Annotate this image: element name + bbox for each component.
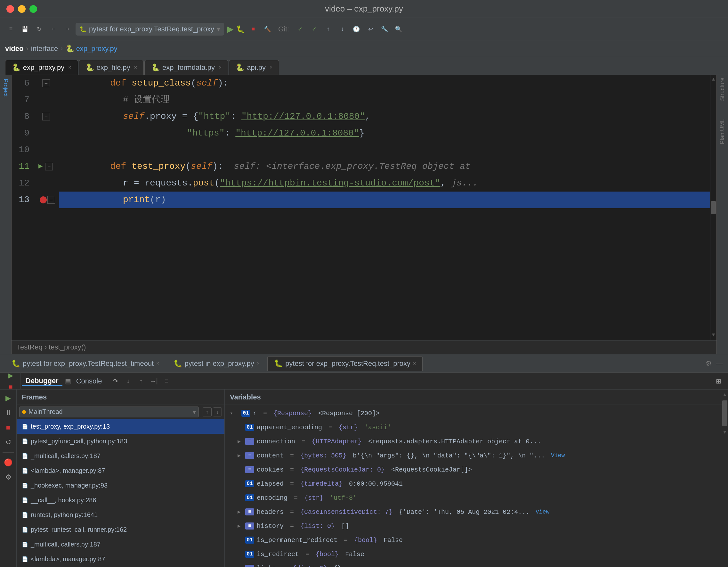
console-tab[interactable]: Console <box>72 377 106 385</box>
debug-rerun-btn[interactable]: ↺ <box>2 436 14 449</box>
var-connection[interactable]: ▶ ≡ connection = {HTTPAdapter} <requests… <box>225 434 722 449</box>
evaluate-button[interactable]: ≡ <box>161 376 172 387</box>
debug-stop-btn[interactable]: ■ <box>2 422 14 434</box>
frame-item-5[interactable]: 📄 __call__, hooks.py:286 <box>17 493 224 507</box>
debug-tab-timeout[interactable]: 🐛 pytest for exp_proxy.TestReq.test_time… <box>5 356 166 371</box>
frame-item-3[interactable]: 📄 <lambda>, manager.py:87 <box>17 463 224 478</box>
code-line-12[interactable]: r = requests.post("https://httpbin.testi… <box>59 175 710 191</box>
git-history[interactable]: 🕐 <box>351 23 362 35</box>
git-pull[interactable]: ↓ <box>336 23 348 35</box>
minimize-button[interactable] <box>18 5 26 13</box>
frame-item-8[interactable]: 📄 _multicall, callers.py:187 <box>17 537 224 552</box>
var-content[interactable]: ▶ ≡ content = {bytes: 505} b'{\n "args":… <box>225 449 722 463</box>
variables-scrollbar[interactable]: ▲ ▼ <box>722 390 728 567</box>
resume-button[interactable]: ▶ <box>5 370 17 381</box>
forward-button[interactable]: → <box>61 23 73 35</box>
thread-select[interactable]: MainThread ▾ <box>19 407 199 417</box>
code-line-6[interactable]: def setup_class(self): <box>59 75 710 92</box>
debug-tab-close[interactable]: × <box>156 361 159 367</box>
build-button[interactable]: 🔨 <box>262 23 273 35</box>
var-r[interactable]: ▾ 01 r = {Response} <Response [200]> <box>225 406 722 420</box>
git-check1[interactable]: ✓ <box>294 23 306 35</box>
var-apparent-encoding[interactable]: 01 apparent_encoding = {str} 'ascii' <box>225 420 722 434</box>
frame-item-9[interactable]: 📄 <lambda>, manager.py:87 <box>17 552 224 566</box>
run-config[interactable]: 🐛 pytest for exp_proxy.TestReq.test_prox… <box>76 23 224 36</box>
frame-down-button[interactable]: ↓ <box>213 408 222 417</box>
tab-api[interactable]: 🐍 api.py × <box>229 60 279 75</box>
sync-button[interactable]: ↻ <box>33 23 45 35</box>
run-marker-11[interactable]: ▶ <box>38 161 43 172</box>
close-button[interactable] <box>6 5 14 13</box>
debug-tab-close[interactable]: × <box>257 361 260 367</box>
var-is-permanent-redirect[interactable]: 01 is_permanent_redirect = {bool} False <box>225 533 722 547</box>
tab-exp-file[interactable]: 🐍 exp_file.py × <box>79 60 144 75</box>
frame-item-6[interactable]: 📄 runtest, python.py:1641 <box>17 507 224 522</box>
tab-exp-proxy[interactable]: 🐍 exp_proxy.py × <box>5 60 78 75</box>
debugger-tab[interactable]: Debugger <box>22 377 62 386</box>
debug-tab-test-proxy[interactable]: 🐛 pytest for exp_proxy.TestReq.test_prox… <box>267 356 423 371</box>
code-line-7[interactable]: # 设置代理 <box>59 92 710 108</box>
scroll-thumb[interactable] <box>711 201 716 214</box>
back-button[interactable]: ← <box>47 23 59 35</box>
sidebar-project-icon[interactable]: Project <box>1 77 10 98</box>
frame-item-4[interactable]: 📄 _hookexec, manager.py:93 <box>17 478 224 493</box>
code-line-13[interactable]: print(r) <box>59 191 710 208</box>
code-line-9[interactable]: "https": "http://127.0.0.1:8080"} <box>59 125 710 142</box>
var-cookies[interactable]: ≡ cookies = {RequestsCookieJar: 0} <Requ… <box>225 463 722 477</box>
structure-label[interactable]: Structure <box>719 77 726 101</box>
git-push[interactable]: ↑ <box>322 23 334 35</box>
frame-item-7[interactable]: 📄 pytest_runtest_call, runner.py:162 <box>17 522 224 537</box>
step-over-button[interactable]: ↷ <box>109 376 121 387</box>
run-to-cursor-button[interactable]: →| <box>148 376 159 387</box>
debug-settings-button[interactable]: ⚙ <box>706 360 712 368</box>
maximize-button[interactable] <box>29 5 37 13</box>
git-revert[interactable]: ↩ <box>365 23 376 35</box>
tab-close[interactable]: × <box>68 65 71 70</box>
debug-resume-btn[interactable]: ▶ <box>2 392 14 404</box>
var-scroll-thumb[interactable] <box>722 401 727 426</box>
debug-run-button[interactable]: 🐛 <box>236 25 245 33</box>
fold-marker-6[interactable]: — <box>42 79 50 87</box>
search-button[interactable]: 🔍 <box>393 23 404 35</box>
frame-up-button[interactable]: ↑ <box>203 408 212 417</box>
frame-item-0[interactable]: 📄 test_proxy, exp_proxy.py:13 <box>17 419 224 434</box>
debug-tab-exp-proxy[interactable]: 🐛 pytest in exp_proxy.py × <box>167 356 266 371</box>
var-links[interactable]: ≡ links = {dict: 0} {} <box>225 561 722 567</box>
code-line-10[interactable] <box>59 142 710 158</box>
code-line-11[interactable]: def test_proxy(self): self: <interface.e… <box>59 158 710 175</box>
debug-tab-close[interactable]: × <box>413 361 416 367</box>
debug-layout-button[interactable]: ⊞ <box>713 376 724 387</box>
fold-marker-13[interactable]: — <box>47 196 55 204</box>
stop-button[interactable]: ■ <box>247 23 259 35</box>
git-check2[interactable]: ✓ <box>308 23 320 35</box>
run-button[interactable]: ▶ <box>227 24 234 34</box>
tab-close[interactable]: × <box>219 65 222 70</box>
fold-marker-8[interactable]: — <box>42 113 50 120</box>
save-button[interactable]: 💾 <box>19 23 31 35</box>
debug-settings-left-btn[interactable]: ⚙ <box>2 471 14 483</box>
var-encoding[interactable]: 01 encoding = {str} 'utf-8' <box>225 491 722 505</box>
step-into-button[interactable]: ↓ <box>122 376 134 387</box>
fold-marker-11[interactable]: — <box>45 163 53 170</box>
var-elapsed[interactable]: 01 elapsed = {timedelta} 0:00:00.959041 <box>225 477 722 491</box>
debug-minimize-button[interactable]: — <box>716 360 723 368</box>
debug-pause-btn[interactable]: ⏸ <box>2 407 14 419</box>
plantuml-label[interactable]: PlantUML <box>719 119 726 144</box>
code-line-8[interactable]: self.proxy = {"http": "http://127.0.0.1:… <box>59 108 710 125</box>
editor-scrollbar[interactable]: ▲ ▼ <box>710 75 716 340</box>
breadcrumb-video[interactable]: video <box>5 45 23 53</box>
breakpoint-13[interactable] <box>40 196 47 203</box>
frame-item-1[interactable]: 📄 pytest_pyfunc_call, python.py:183 <box>17 434 224 449</box>
hamburger-button[interactable]: ≡ <box>5 23 17 35</box>
debug-breakpoints-btn[interactable]: 🔴 <box>2 457 14 469</box>
breadcrumb-file[interactable]: 🐍 exp_proxy.py <box>66 45 117 53</box>
frame-item-2[interactable]: 📄 _multicall, callers.py:187 <box>17 449 224 463</box>
tab-close[interactable]: × <box>270 65 272 70</box>
var-is-redirect[interactable]: 01 is_redirect = {bool} False <box>225 547 722 561</box>
tab-exp-formdata[interactable]: 🐍 exp_formdata.py × <box>144 60 228 75</box>
tab-close[interactable]: × <box>134 65 137 70</box>
breadcrumb-interface[interactable]: interface <box>31 45 58 53</box>
var-headers[interactable]: ▶ ≡ headers = {CaseInsensitiveDict: 7} {… <box>225 505 722 519</box>
step-out-button[interactable]: ↑ <box>135 376 147 387</box>
settings-button[interactable]: 🔧 <box>379 23 390 35</box>
